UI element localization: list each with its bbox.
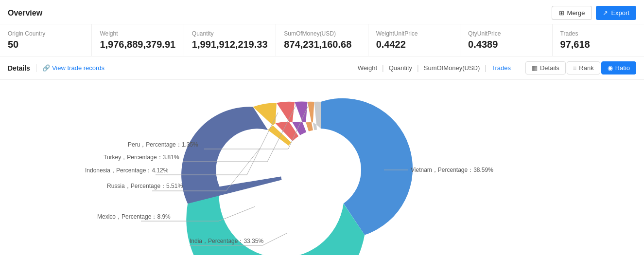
details-bar: Details 🔗 View trade records Weight|Quan…: [0, 56, 644, 80]
stat-value: 874,231,160.68: [284, 39, 360, 50]
stat-label: WeightUnitPrice: [376, 30, 452, 37]
stat-label: SumOfMoney(USD): [284, 30, 360, 37]
stat-value: 50: [8, 39, 84, 50]
stat-value: 1,976,889,379.91: [100, 39, 175, 50]
stat-card-trades: Trades 97,618: [553, 24, 644, 56]
metric-tab-weight[interactable]: Weight: [353, 62, 382, 74]
chart-area: Vietnam，Percentage：38.59% India，Percenta…: [0, 80, 644, 255]
export-button[interactable]: ↗ Export: [596, 6, 636, 20]
stat-label: Quantity: [192, 30, 268, 37]
label-indonesia: Indonesia，Percentage：4.12%: [85, 167, 169, 174]
view-tab-ratio[interactable]: ◉Ratio: [601, 61, 636, 75]
merge-button[interactable]: ⊞ Merge: [552, 6, 592, 20]
metric-tabs: Weight|Quantity|SumOfMoney(USD)|Trades: [353, 62, 516, 74]
donut-hole: [280, 130, 361, 210]
divider: [36, 64, 36, 72]
view-tab-label: Ratio: [615, 64, 630, 72]
stat-card-qtyunitprice: QtyUnitPrice 0.4389: [460, 24, 552, 56]
stat-card-weight: Weight 1,976,889,379.91: [92, 24, 184, 56]
line-india: [262, 233, 287, 245]
view-tab-rank[interactable]: ≡Rank: [567, 61, 600, 75]
view-tab-details[interactable]: ▦Details: [525, 61, 566, 75]
stat-card-origin-country: Origin Country 50: [0, 24, 92, 56]
table-icon: ▦: [532, 64, 538, 72]
stat-label: QtyUnitPrice: [468, 30, 544, 37]
stat-value: 97,618: [560, 39, 636, 50]
metric-tab-quantity[interactable]: Quantity: [384, 62, 417, 74]
details-label: Details: [8, 64, 30, 72]
view-tab-label: Rank: [579, 64, 593, 72]
label-india: India，Percentage：33.35%: [190, 238, 263, 244]
stat-label: Weight: [100, 30, 175, 37]
merge-label: Merge: [567, 9, 585, 17]
stat-card-quantity: Quantity 1,991,912,219.33: [184, 24, 276, 56]
stat-label: Trades: [560, 30, 636, 37]
page-header: Overview ⊞ Merge ↗ Export: [0, 0, 644, 24]
merge-icon: ⊞: [559, 9, 564, 17]
view-tabs: ▦Details≡Rank◉Ratio: [525, 61, 636, 75]
stat-value: 1,991,912,219.33: [192, 39, 268, 50]
link-icon: 🔗: [42, 64, 50, 72]
view-trade-label: View trade records: [52, 64, 104, 72]
metric-tab-sumofmoney-usd-[interactable]: SumOfMoney(USD): [419, 62, 485, 74]
line-mexico: [219, 206, 255, 221]
metric-tab-trades[interactable]: Trades: [487, 62, 516, 74]
stat-card-sumofmoney-usd-: SumOfMoney(USD) 874,231,160.68: [276, 24, 368, 56]
page-title: Overview: [8, 9, 42, 18]
export-icon: ↗: [603, 9, 608, 17]
label-russia: Russia，Percentage：5.51%: [107, 183, 183, 189]
stat-value: 0.4422: [376, 39, 452, 50]
stats-row: Origin Country 50 Weight 1,976,889,379.9…: [0, 24, 644, 56]
export-label: Export: [611, 9, 629, 17]
stat-card-weightunitprice: WeightUnitPrice 0.4422: [368, 24, 460, 56]
view-trade-link[interactable]: 🔗 View trade records: [42, 64, 104, 72]
stat-label: Origin Country: [8, 30, 84, 37]
header-actions: ⊞ Merge ↗ Export: [552, 6, 636, 20]
label-mexico: Mexico，Percentage：8.9%: [97, 213, 171, 220]
stat-value: 0.4389: [468, 39, 544, 50]
rank-icon: ≡: [573, 64, 577, 72]
label-turkey: Turkey，Percentage：3.81%: [104, 154, 179, 161]
label-peru: Peru，Percentage：1.35%: [128, 141, 198, 148]
view-tab-label: Details: [540, 64, 559, 72]
label-vietnam: Vietnam，Percentage：38.59%: [411, 167, 493, 173]
chart-svg: Vietnam，Percentage：38.59% India，Percenta…: [0, 80, 644, 255]
ratio-icon: ◉: [608, 64, 613, 72]
